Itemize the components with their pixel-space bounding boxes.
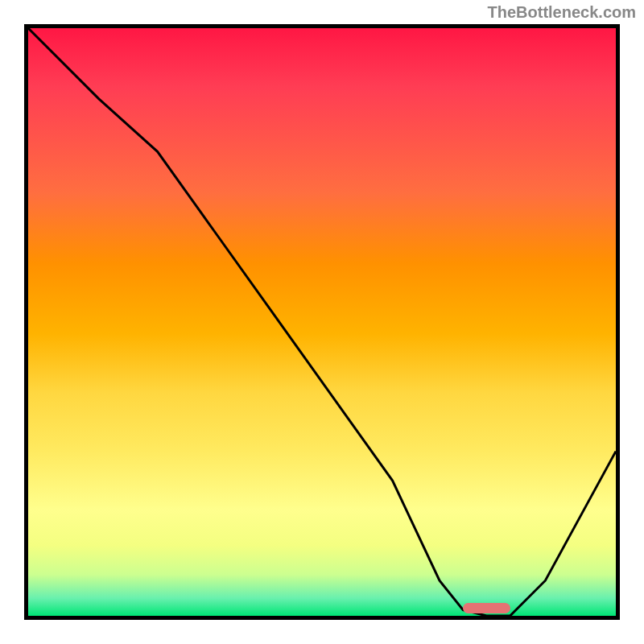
optimal-range-marker <box>463 603 510 613</box>
curve-svg <box>28 28 616 616</box>
watermark-text: TheBottleneck.com <box>488 3 636 22</box>
bottleneck-curve-line <box>28 28 616 616</box>
chart-frame <box>24 24 620 620</box>
